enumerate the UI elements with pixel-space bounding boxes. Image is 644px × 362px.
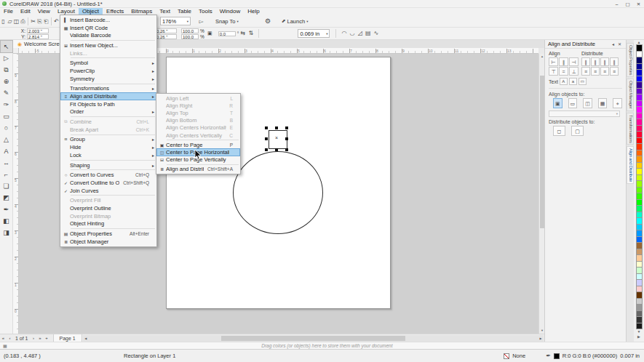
menu-item-symmetry[interactable]: Symmetry▸ — [60, 75, 156, 83]
menu-item-validate-barcode[interactable]: Validate Barcode — [60, 31, 156, 39]
wrap-paragraph-text-button[interactable]: ▤ — [364, 29, 372, 38]
connector-tool[interactable]: ⌐ — [1, 169, 12, 180]
selection-handle[interactable] — [285, 137, 288, 140]
mirror-vertical-button[interactable]: ⇅ — [247, 29, 255, 38]
options-gear-button[interactable]: ⚙ — [263, 17, 273, 26]
menu-item-symbol[interactable]: Symbol▸ — [60, 59, 156, 67]
lock-ratio-button[interactable]: ▣ — [206, 29, 214, 38]
horizontal-scrollbar[interactable]: ◀ ▶ — [83, 335, 544, 342]
align-right-button[interactable]: ⊣ — [569, 57, 579, 66]
document-palette-bar[interactable]: ▦ Drag colors (or objects) here to store… — [0, 342, 644, 349]
new-document-button[interactable]: ▯ — [0, 17, 7, 26]
scale-x-field[interactable]: 100.0 — [181, 28, 199, 33]
cut-button[interactable]: ✂ — [30, 17, 36, 26]
menu-item-powerclip[interactable]: PowerClip▸ — [60, 67, 156, 75]
pick-tool[interactable]: ↖ — [1, 41, 12, 52]
selection-center-mark[interactable]: × — [275, 135, 278, 140]
menu-item-align-and-distribute[interactable]: ≡Align and Distribute▸ — [60, 92, 156, 100]
zoom-tool[interactable]: ⊕ — [1, 76, 12, 87]
docker-collapse-icon[interactable]: ◂ — [610, 41, 616, 47]
palette-flyout-icon[interactable]: ▶ — [637, 334, 640, 339]
zoom-level-combo[interactable]: 176% ▾ — [160, 17, 191, 25]
scroll-right-icon[interactable]: ▶ — [538, 335, 544, 342]
drop-shadow-tool[interactable]: ❏ — [1, 180, 12, 192]
menu-item-fit-objects-to-path[interactable]: Fit Objects to Path — [60, 100, 156, 108]
selection-handle[interactable] — [285, 148, 288, 151]
distribute-top-edges-button[interactable]: ≡ — [581, 67, 590, 76]
menu-help[interactable]: Help — [244, 8, 263, 15]
distribute-to-extent-of-selection-button[interactable]: ◻ — [553, 126, 565, 136]
menu-item-insert-new-object[interactable]: ⊞Insert New Object... — [60, 41, 156, 49]
menu-item-transformations[interactable]: Transformations▸ — [60, 85, 156, 93]
launch-button[interactable]: ⬈ Launch ▾ — [282, 18, 309, 25]
selection-handle[interactable] — [275, 126, 278, 129]
docker-close-icon[interactable]: ✕ — [616, 41, 623, 47]
docker-tab-object-properties[interactable]: Object Properties — [627, 43, 634, 77]
save-button[interactable]: ◫ — [13, 17, 20, 26]
copy-button[interactable]: ⎘ — [36, 17, 43, 26]
menu-item-align-and-distribute[interactable]: ≣Align and DistributeCtrl+Shift+A — [156, 166, 240, 173]
snap-to-button[interactable]: Snap To ▾ — [215, 18, 239, 25]
menu-window[interactable]: Window — [216, 8, 244, 15]
menu-item-center-to-page[interactable]: ▣Center to PageP — [156, 141, 240, 148]
document-palette-icon[interactable]: ▦ — [3, 343, 7, 348]
object-y-field[interactable]: 2.814 " — [27, 34, 49, 39]
menu-item-insert-qr-code[interactable]: ▦Insert QR Code — [60, 24, 156, 32]
rotation-angle-field[interactable]: 0.0 — [218, 31, 236, 36]
paste-button[interactable]: ⎗ — [43, 17, 49, 26]
align-center-vertical-button[interactable]: = — [559, 67, 568, 76]
docker-tab-align-and-distribute[interactable]: Align and Distribute — [627, 146, 634, 184]
undo-button[interactable]: ↶ — [53, 17, 60, 26]
fill-status-icon[interactable] — [504, 353, 509, 359]
align-to-specified-point-button[interactable]: ⌖ — [613, 98, 622, 108]
last-page-button[interactable]: » — [37, 336, 44, 340]
menu-file[interactable]: File — [0, 8, 17, 15]
align-bottom-button[interactable]: ⊥ — [569, 67, 579, 76]
round-corner-button[interactable]: ◠ — [340, 29, 348, 38]
fullscreen-preview-button[interactable]: ▻ — [197, 17, 205, 26]
color-eyedropper-tool[interactable]: ✒ — [1, 204, 12, 215]
menu-item-convert-outline-to-object[interactable]: ✓Convert Outline to ObjectCtrl+Shift+Q — [60, 179, 156, 187]
menu-item-shaping[interactable]: Shaping▸ — [60, 161, 156, 169]
transparency-tool[interactable]: ◩ — [1, 192, 12, 204]
align-text-first-line-button[interactable]: A — [560, 78, 568, 85]
first-page-button[interactable]: « — [0, 336, 7, 340]
align-to-active-objects-button[interactable]: ▣ — [553, 98, 562, 108]
chamfered-corner-button[interactable]: ◿ — [356, 29, 364, 38]
mirror-horizontal-button[interactable]: ⇆ — [239, 29, 247, 38]
align-top-button[interactable]: ⊤ — [549, 67, 558, 76]
freehand-tool[interactable]: ✎ — [1, 87, 12, 99]
menu-item-overprint-outline[interactable]: Overprint Outline — [60, 204, 156, 212]
scroll-left-icon[interactable]: ◀ — [83, 335, 89, 342]
print-button[interactable]: ⎙ — [20, 17, 26, 26]
align-text-bounding-box-button[interactable]: ▭ — [579, 78, 587, 85]
outline-width-combo[interactable]: 0.069 in ▾ — [298, 29, 330, 38]
menu-item-order[interactable]: Order▸ — [60, 108, 156, 116]
align-to-grid-button[interactable]: ▦ — [598, 98, 608, 108]
menu-item-hide[interactable]: Hide▸ — [60, 143, 156, 151]
distribute-bottom-edges-button[interactable]: ≡ — [610, 67, 619, 76]
distribute-centers-vertically-button[interactable]: ≡ — [591, 67, 600, 76]
smart-fill-tool[interactable]: ◨ — [1, 227, 12, 238]
menu-item-convert-to-curves[interactable]: ○Convert to CurvesCtrl+Q — [60, 171, 156, 179]
object-x-field[interactable]: 2.003 " — [27, 28, 49, 33]
menu-table[interactable]: Table — [174, 8, 195, 15]
object-height-field[interactable]: 0.26 " — [155, 34, 177, 39]
selection-handle[interactable] — [285, 126, 288, 129]
selection-handle[interactable] — [265, 137, 268, 140]
next-page-button[interactable]: › — [31, 336, 37, 340]
docker-tab-object-manager[interactable]: Object Manager — [627, 79, 634, 111]
open-button[interactable]: ▱ — [7, 17, 13, 26]
rectangle-tool[interactable]: ▭ — [1, 110, 12, 122]
distribute-right-edges-button[interactable]: ∥ — [610, 57, 619, 66]
vertical-ruler[interactable]: 0123456789 — [13, 54, 19, 334]
menu-item-insert-barcode[interactable]: ▍Insert Barcode... — [60, 16, 156, 24]
object-width-field[interactable]: 0.26 " — [155, 28, 177, 33]
ruler-origin-corner[interactable] — [13, 48, 19, 54]
add-page-button[interactable]: + — [44, 336, 50, 340]
distribute-to-extent-of-page-button[interactable]: ▢ — [571, 126, 584, 136]
menu-edit[interactable]: Edit — [17, 8, 34, 15]
align-text-baseline-button[interactable]: a — [569, 78, 577, 85]
previous-page-button[interactable]: ‹ — [7, 336, 13, 340]
align-left-button[interactable]: ⊢ — [549, 57, 558, 66]
